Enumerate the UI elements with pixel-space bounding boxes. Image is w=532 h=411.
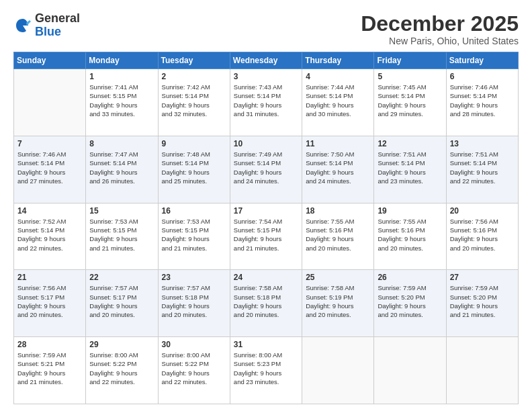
day-header-thursday: Thursday — [302, 52, 374, 69]
day-number: 21 — [17, 273, 82, 282]
day-info: Sunrise: 7:55 AM Sunset: 5:16 PM Dayligh… — [378, 217, 442, 253]
day-info: Sunrise: 7:50 AM Sunset: 5:14 PM Dayligh… — [306, 150, 370, 185]
day-header-monday: Monday — [86, 52, 158, 69]
day-info: Sunrise: 7:53 AM Sunset: 5:15 PM Dayligh… — [89, 217, 154, 253]
month-title: December 2025 — [361, 12, 519, 36]
day-info: Sunrise: 7:55 AM Sunset: 5:16 PM Dayligh… — [306, 217, 370, 253]
day-number: 12 — [378, 139, 442, 148]
day-info: Sunrise: 7:57 AM Sunset: 5:18 PM Dayligh… — [162, 283, 226, 319]
logo-icon — [13, 16, 32, 35]
calendar-week-row: 1Sunrise: 7:41 AM Sunset: 5:15 PM Daylig… — [14, 69, 519, 136]
day-number: 5 — [378, 72, 442, 81]
day-header-wednesday: Wednesday — [230, 52, 302, 69]
day-info: Sunrise: 7:42 AM Sunset: 5:14 PM Dayligh… — [162, 83, 226, 118]
calendar-week-row: 14Sunrise: 7:52 AM Sunset: 5:14 PM Dayli… — [14, 203, 519, 270]
day-info: Sunrise: 7:57 AM Sunset: 5:17 PM Dayligh… — [89, 283, 154, 319]
day-number: 1 — [89, 72, 154, 81]
calendar-cell: 26Sunrise: 7:59 AM Sunset: 5:20 PM Dayli… — [374, 270, 446, 337]
day-info: Sunrise: 7:48 AM Sunset: 5:14 PM Dayligh… — [162, 150, 226, 185]
day-info: Sunrise: 7:46 AM Sunset: 5:14 PM Dayligh… — [450, 83, 515, 118]
calendar-cell: 12Sunrise: 7:51 AM Sunset: 5:14 PM Dayli… — [374, 136, 446, 203]
day-number: 30 — [162, 340, 226, 349]
calendar-cell: 14Sunrise: 7:52 AM Sunset: 5:14 PM Dayli… — [14, 203, 86, 270]
day-info: Sunrise: 7:51 AM Sunset: 5:14 PM Dayligh… — [450, 150, 515, 185]
day-info: Sunrise: 7:59 AM Sunset: 5:20 PM Dayligh… — [450, 283, 515, 319]
calendar-cell: 11Sunrise: 7:50 AM Sunset: 5:14 PM Dayli… — [302, 136, 374, 203]
day-info: Sunrise: 7:59 AM Sunset: 5:21 PM Dayligh… — [17, 351, 82, 386]
calendar-cell: 6Sunrise: 7:46 AM Sunset: 5:14 PM Daylig… — [446, 69, 518, 136]
day-number: 11 — [306, 139, 370, 148]
day-header-sunday: Sunday — [14, 52, 86, 69]
calendar-cell: 31Sunrise: 8:00 AM Sunset: 5:23 PM Dayli… — [230, 337, 302, 404]
day-number: 15 — [89, 206, 154, 216]
day-info: Sunrise: 7:58 AM Sunset: 5:19 PM Dayligh… — [306, 283, 370, 319]
calendar-cell: 5Sunrise: 7:45 AM Sunset: 5:14 PM Daylig… — [374, 69, 446, 136]
day-number: 23 — [162, 273, 226, 282]
calendar-cell: 27Sunrise: 7:59 AM Sunset: 5:20 PM Dayli… — [446, 270, 518, 337]
day-number: 28 — [17, 340, 82, 349]
day-header-tuesday: Tuesday — [158, 52, 230, 69]
day-info: Sunrise: 8:00 AM Sunset: 5:22 PM Dayligh… — [162, 351, 226, 386]
day-number: 22 — [89, 273, 154, 282]
day-info: Sunrise: 7:43 AM Sunset: 5:14 PM Dayligh… — [234, 83, 298, 118]
calendar-week-row: 21Sunrise: 7:56 AM Sunset: 5:17 PM Dayli… — [14, 270, 519, 337]
day-number: 27 — [450, 273, 515, 282]
day-info: Sunrise: 7:51 AM Sunset: 5:14 PM Dayligh… — [378, 150, 442, 185]
day-info: Sunrise: 8:00 AM Sunset: 5:22 PM Dayligh… — [89, 351, 154, 386]
logo-text: General Blue — [35, 12, 80, 39]
day-info: Sunrise: 7:52 AM Sunset: 5:14 PM Dayligh… — [17, 217, 82, 253]
day-info: Sunrise: 7:47 AM Sunset: 5:14 PM Dayligh… — [89, 150, 154, 185]
calendar-cell: 29Sunrise: 8:00 AM Sunset: 5:22 PM Dayli… — [86, 337, 158, 404]
day-number: 14 — [17, 206, 82, 216]
calendar-cell: 4Sunrise: 7:44 AM Sunset: 5:14 PM Daylig… — [302, 69, 374, 136]
calendar-cell — [446, 337, 518, 404]
day-info: Sunrise: 7:59 AM Sunset: 5:20 PM Dayligh… — [378, 283, 442, 319]
calendar-cell: 17Sunrise: 7:54 AM Sunset: 5:15 PM Dayli… — [230, 203, 302, 270]
day-number: 4 — [306, 72, 370, 81]
day-info: Sunrise: 7:49 AM Sunset: 5:14 PM Dayligh… — [234, 150, 298, 185]
logo-blue-text: Blue — [35, 25, 61, 38]
calendar-table: SundayMondayTuesdayWednesdayThursdayFrid… — [13, 52, 519, 404]
day-info: Sunrise: 7:46 AM Sunset: 5:14 PM Dayligh… — [17, 150, 82, 185]
day-info: Sunrise: 7:44 AM Sunset: 5:14 PM Dayligh… — [306, 83, 370, 118]
location: New Paris, Ohio, United States — [361, 36, 519, 46]
day-header-saturday: Saturday — [446, 52, 518, 69]
title-block: December 2025 New Paris, Ohio, United St… — [361, 12, 519, 46]
day-number: 6 — [450, 72, 515, 81]
calendar-cell: 19Sunrise: 7:55 AM Sunset: 5:16 PM Dayli… — [374, 203, 446, 270]
calendar-cell: 8Sunrise: 7:47 AM Sunset: 5:14 PM Daylig… — [86, 136, 158, 203]
page: General Blue December 2025 New Paris, Oh… — [0, 0, 532, 411]
calendar-cell — [302, 337, 374, 404]
day-number: 2 — [162, 72, 226, 81]
day-info: Sunrise: 7:54 AM Sunset: 5:15 PM Dayligh… — [234, 217, 298, 253]
day-info: Sunrise: 7:56 AM Sunset: 5:16 PM Dayligh… — [450, 217, 515, 253]
day-number: 29 — [89, 340, 154, 349]
calendar-cell: 25Sunrise: 7:58 AM Sunset: 5:19 PM Dayli… — [302, 270, 374, 337]
calendar-cell: 23Sunrise: 7:57 AM Sunset: 5:18 PM Dayli… — [158, 270, 230, 337]
calendar-week-row: 7Sunrise: 7:46 AM Sunset: 5:14 PM Daylig… — [14, 136, 519, 203]
day-number: 9 — [162, 139, 226, 148]
day-number: 18 — [306, 206, 370, 216]
calendar-cell: 15Sunrise: 7:53 AM Sunset: 5:15 PM Dayli… — [86, 203, 158, 270]
header: General Blue December 2025 New Paris, Oh… — [13, 12, 519, 46]
calendar-cell — [374, 337, 446, 404]
day-number: 24 — [234, 273, 298, 282]
calendar-cell: 7Sunrise: 7:46 AM Sunset: 5:14 PM Daylig… — [14, 136, 86, 203]
day-info: Sunrise: 8:00 AM Sunset: 5:23 PM Dayligh… — [234, 351, 298, 386]
calendar-cell: 1Sunrise: 7:41 AM Sunset: 5:15 PM Daylig… — [86, 69, 158, 136]
calendar-cell: 10Sunrise: 7:49 AM Sunset: 5:14 PM Dayli… — [230, 136, 302, 203]
calendar-cell: 30Sunrise: 8:00 AM Sunset: 5:22 PM Dayli… — [158, 337, 230, 404]
day-number: 20 — [450, 206, 515, 216]
calendar-cell: 13Sunrise: 7:51 AM Sunset: 5:14 PM Dayli… — [446, 136, 518, 203]
calendar-cell: 3Sunrise: 7:43 AM Sunset: 5:14 PM Daylig… — [230, 69, 302, 136]
day-info: Sunrise: 7:53 AM Sunset: 5:15 PM Dayligh… — [162, 217, 226, 253]
calendar-cell: 22Sunrise: 7:57 AM Sunset: 5:17 PM Dayli… — [86, 270, 158, 337]
calendar-cell: 18Sunrise: 7:55 AM Sunset: 5:16 PM Dayli… — [302, 203, 374, 270]
day-number: 13 — [450, 139, 515, 148]
calendar-cell: 21Sunrise: 7:56 AM Sunset: 5:17 PM Dayli… — [14, 270, 86, 337]
calendar-header-row: SundayMondayTuesdayWednesdayThursdayFrid… — [14, 52, 519, 69]
day-info: Sunrise: 7:56 AM Sunset: 5:17 PM Dayligh… — [17, 283, 82, 319]
day-number: 26 — [378, 273, 442, 282]
day-info: Sunrise: 7:45 AM Sunset: 5:14 PM Dayligh… — [378, 83, 442, 118]
day-number: 25 — [306, 273, 370, 282]
